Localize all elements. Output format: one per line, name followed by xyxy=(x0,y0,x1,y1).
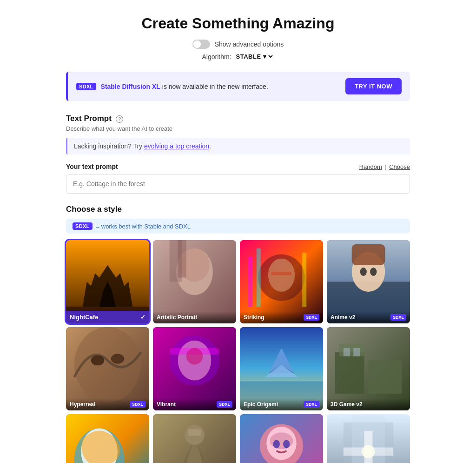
banner-left: SDXL Stable Diffusion XL is now availabl… xyxy=(76,83,268,90)
style-label-striking: Striking SDXL xyxy=(240,311,323,323)
banner-sdxl-badge: SDXL xyxy=(76,83,96,90)
text-prompt-label: Text Prompt xyxy=(66,114,112,123)
sdxl-notice-badge: SDXL xyxy=(73,222,93,230)
algorithm-select[interactable]: STABLE ▾ SDXL xyxy=(234,53,274,60)
style-label-anime: Anime v2 SDXL xyxy=(327,311,410,323)
style-name-hyperreal: Hyperreal xyxy=(70,401,95,408)
inspiration-end: . xyxy=(209,142,211,150)
style-grid: NightCafe ✓ xyxy=(66,240,410,463)
style-card-mecha[interactable]: Mecha xyxy=(153,414,236,463)
svg-point-62 xyxy=(362,445,375,458)
style-card-epic[interactable]: Epic xyxy=(327,414,410,463)
style-sdxl-vibrant: SDXL xyxy=(217,401,232,408)
help-icon[interactable]: ? xyxy=(116,115,123,123)
style-card-colorpainting[interactable]: Color Painting SDXL xyxy=(66,414,149,463)
style-sdxl-striking: SDXL xyxy=(304,314,319,321)
svg-rect-11 xyxy=(248,257,252,307)
style-sdxl-anime: SDXL xyxy=(390,314,406,321)
svg-rect-13 xyxy=(302,253,306,307)
text-prompt-desc: Describe what you want the AI to create xyxy=(66,125,410,132)
advanced-options-row: Show advanced options xyxy=(66,40,410,49)
inspiration-text: Lacking inspiration? Try xyxy=(74,142,144,150)
prompt-row: Your text prompt Random | Choose xyxy=(66,163,410,170)
svg-rect-8 xyxy=(178,240,186,278)
random-button[interactable]: Random xyxy=(359,163,382,170)
advanced-options-toggle[interactable] xyxy=(192,40,210,49)
inspiration-box: Lacking inspiration? Try evolving a top … xyxy=(66,138,410,154)
svg-point-20 xyxy=(360,268,367,276)
selected-overlay-nightcafe: NightCafe ✓ xyxy=(66,311,149,323)
style-section-title: Choose a style xyxy=(66,205,410,214)
page-title: Create Something Amazing xyxy=(66,15,410,32)
style-name-striking: Striking xyxy=(244,314,264,321)
banner: SDXL Stable Diffusion XL is now availabl… xyxy=(66,72,410,101)
svg-rect-19 xyxy=(352,244,385,265)
svg-point-54 xyxy=(270,432,293,449)
svg-rect-41 xyxy=(353,348,360,356)
style-card-nightcafe[interactable]: NightCafe ✓ xyxy=(66,240,149,323)
checkmark-nightcafe: ✓ xyxy=(140,314,145,321)
style-card-img-cgi xyxy=(240,414,323,463)
prompt-row-label: Your text prompt xyxy=(66,163,118,170)
prompt-actions: Random | Choose xyxy=(359,163,410,170)
style-label-hyperreal: Hyperreal SDXL xyxy=(66,398,149,410)
svg-rect-38 xyxy=(369,361,402,394)
try-it-now-button[interactable]: TRY IT NOW xyxy=(345,78,402,94)
style-card-origami[interactable]: Epic Origami SDXL xyxy=(240,327,323,410)
svg-point-25 xyxy=(111,354,125,363)
svg-rect-40 xyxy=(344,348,350,356)
svg-rect-15 xyxy=(271,272,291,275)
inspiration-link[interactable]: evolving a top creation xyxy=(144,142,209,150)
style-card-striking[interactable]: Striking SDXL xyxy=(240,240,323,323)
page-container: Create Something Amazing Show advanced o… xyxy=(57,0,419,463)
style-name-origami: Epic Origami xyxy=(244,401,278,408)
text-prompt-section: Text Prompt ? Describe what you want the… xyxy=(66,114,410,205)
banner-text: Stable Diffusion XL is now available in … xyxy=(101,83,268,90)
banner-text-rest: is now available in the new interface. xyxy=(160,83,268,90)
sdxl-notice-text: = works best with Stable and SDXL xyxy=(96,223,191,230)
style-label-origami: Epic Origami SDXL xyxy=(240,398,323,410)
svg-point-55 xyxy=(273,440,280,448)
svg-point-56 xyxy=(283,440,290,448)
style-name-3dgame: 3D Game v2 xyxy=(331,401,363,408)
style-card-img-epic xyxy=(327,414,410,463)
sdxl-notice: SDXL = works best with Stable and SDXL xyxy=(66,219,410,234)
algorithm-row: Algorithm: STABLE ▾ SDXL xyxy=(66,53,410,60)
style-sdxl-origami: SDXL xyxy=(304,401,319,408)
style-name-anime: Anime v2 xyxy=(331,314,355,321)
style-card-anime[interactable]: Anime v2 SDXL xyxy=(327,240,410,323)
svg-point-21 xyxy=(370,268,377,276)
svg-point-30 xyxy=(186,348,203,365)
prompt-input[interactable] xyxy=(66,174,410,194)
svg-point-24 xyxy=(91,356,105,365)
svg-rect-50 xyxy=(188,429,201,436)
selected-label-nightcafe: NightCafe xyxy=(70,314,98,321)
style-card-vibrant[interactable]: Vibrant SDXL xyxy=(153,327,236,410)
style-card-hyperreal[interactable]: Hyperreal SDXL xyxy=(66,327,149,410)
banner-brand: Stable Diffusion XL xyxy=(101,83,160,90)
style-section: Choose a style SDXL = works best with St… xyxy=(66,205,410,463)
style-card-cgi[interactable]: CGI Character xyxy=(240,414,323,463)
style-label-artistic: Artistic Portrait xyxy=(153,311,236,323)
algorithm-label: Algorithm: xyxy=(202,53,231,60)
svg-rect-39 xyxy=(339,344,364,356)
style-card-img-colorpainting xyxy=(66,414,149,463)
style-card-artistic[interactable]: Artistic Portrait xyxy=(153,240,236,323)
style-sdxl-hyperreal: SDXL xyxy=(130,401,145,408)
style-card-3dgame[interactable]: 3D Game v2 xyxy=(327,327,410,410)
advanced-options-label: Show advanced options xyxy=(215,40,284,48)
style-label-vibrant: Vibrant SDXL xyxy=(153,398,236,410)
svg-rect-37 xyxy=(335,352,364,394)
style-name-artistic: Artistic Portrait xyxy=(157,314,197,321)
choose-button[interactable]: Choose xyxy=(389,163,410,170)
style-label-3dgame: 3D Game v2 xyxy=(327,398,410,410)
svg-rect-12 xyxy=(257,248,261,307)
style-card-img-mecha xyxy=(153,414,236,463)
style-name-vibrant: Vibrant xyxy=(157,401,176,408)
